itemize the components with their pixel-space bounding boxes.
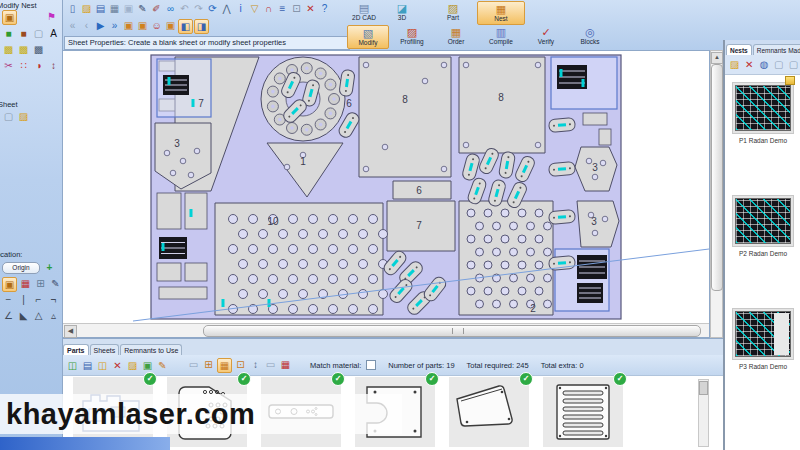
bridge-icon[interactable]: ∩ bbox=[262, 2, 275, 15]
blank-icon[interactable]: ▢ bbox=[32, 27, 45, 40]
part-button[interactable]: ▨Part bbox=[437, 1, 469, 23]
open-nest-icon[interactable]: ▨ bbox=[728, 58, 741, 71]
2d-cad-button[interactable]: ▤2D CAD bbox=[347, 1, 381, 23]
nest-canvas[interactable]: 7688136710332 ◀ bbox=[62, 50, 710, 338]
compile-button[interactable]: ▥Compile bbox=[479, 25, 523, 47]
point-grid-icon[interactable]: ▦ bbox=[19, 277, 32, 290]
blocks-button[interactable]: ◎Blocks bbox=[569, 25, 611, 47]
view-list-icon[interactable]: ▭ bbox=[187, 358, 200, 371]
delete-nest-icon[interactable]: ✕ bbox=[743, 58, 756, 71]
filter-icon[interactable]: ▽ bbox=[248, 2, 261, 15]
open-parts-icon[interactable]: ▨ bbox=[126, 359, 139, 372]
sheet-blank-icon[interactable]: ▢ bbox=[2, 110, 15, 123]
edit-part-icon[interactable]: ▣ bbox=[141, 359, 154, 372]
rotate-icon[interactable]: ◑ bbox=[32, 59, 45, 72]
import-part-icon[interactable]: ▤ bbox=[81, 359, 94, 372]
split-vertical-icon[interactable]: ◨ bbox=[194, 19, 209, 34]
refresh-icon[interactable]: ⟳ bbox=[206, 2, 219, 15]
grid-dark-icon[interactable]: ▩ bbox=[32, 43, 45, 56]
canvas-horizontal-scrollbar[interactable]: ◀ bbox=[63, 323, 709, 337]
corner-2-icon[interactable]: ¬ bbox=[47, 293, 60, 306]
link-icon[interactable]: ∞ bbox=[164, 2, 177, 15]
split-horizontal-icon[interactable]: ◧ bbox=[178, 19, 193, 34]
quantity-icon[interactable]: ▦ bbox=[279, 358, 292, 371]
view-thumbnails-icon[interactable]: ▦ bbox=[217, 358, 232, 373]
open-folder-icon[interactable]: ▨ bbox=[80, 2, 93, 15]
load-parts-icon[interactable]: ◫ bbox=[66, 359, 79, 372]
crosshair-icon[interactable]: ⊞ bbox=[34, 277, 47, 290]
window-2-icon[interactable]: ▣ bbox=[136, 19, 149, 32]
route-icon[interactable]: ⋀ bbox=[220, 2, 233, 15]
user-icon[interactable]: ☺ bbox=[150, 19, 163, 32]
previous-icon[interactable]: ‹ bbox=[80, 19, 93, 32]
view-option-2-icon[interactable]: ▢ bbox=[787, 58, 800, 71]
text-tool-icon[interactable]: A bbox=[47, 27, 60, 40]
order-button[interactable]: ▦Order bbox=[437, 25, 475, 47]
scroll-left-arrow-icon[interactable]: ◀ bbox=[64, 325, 77, 338]
nest-list-item[interactable]: P3 Radan Demo bbox=[729, 308, 797, 370]
tab-sheets[interactable]: Sheets bbox=[90, 344, 120, 355]
sort-pair-icon[interactable]: ↕ bbox=[47, 59, 60, 72]
tab-parts[interactable]: Parts bbox=[63, 344, 89, 355]
part-properties-icon[interactable]: ✎ bbox=[156, 359, 169, 372]
new-document-icon[interactable]: ▯ bbox=[66, 2, 79, 15]
triangle-icon[interactable]: ◣ bbox=[17, 309, 30, 322]
triangle-small-icon[interactable]: ▵ bbox=[47, 309, 60, 322]
window-1-icon[interactable]: ▣ bbox=[122, 19, 135, 32]
info-icon[interactable]: i bbox=[234, 2, 247, 15]
canvas-vertical-scrollbar[interactable]: ▲ bbox=[710, 50, 723, 338]
play-icon[interactable]: ▶ bbox=[94, 19, 107, 32]
cluster-icon[interactable]: ∷ bbox=[17, 59, 30, 72]
view-option-1-icon[interactable]: ▢ bbox=[772, 58, 785, 71]
origin-button[interactable]: Origin bbox=[2, 262, 40, 274]
first-icon[interactable]: « bbox=[66, 19, 79, 32]
send-nest-icon[interactable]: ◍ bbox=[758, 58, 771, 71]
pen-icon[interactable]: ✐ bbox=[150, 2, 163, 15]
scroll-up-arrow-icon[interactable]: ▲ bbox=[711, 52, 723, 64]
pin-icon[interactable]: ⚑ bbox=[45, 10, 58, 23]
3d-button[interactable]: ◪3D bbox=[387, 1, 417, 23]
exit-icon[interactable]: ⊡ bbox=[290, 2, 303, 15]
print-icon[interactable]: ▦ bbox=[108, 2, 121, 15]
help-icon[interactable]: ? bbox=[318, 2, 331, 15]
match-material-checkbox[interactable] bbox=[366, 360, 376, 370]
verify-button[interactable]: ✓Verify bbox=[527, 25, 565, 47]
undo-icon[interactable]: ↶ bbox=[178, 2, 191, 15]
grid-yellow-1-icon[interactable]: ▩ bbox=[2, 43, 15, 56]
angle-icon[interactable]: ∠ bbox=[2, 309, 15, 322]
select-tool-icon[interactable]: ▣ bbox=[2, 10, 17, 25]
last-icon[interactable]: » bbox=[108, 19, 121, 32]
horizontal-scroll-thumb[interactable] bbox=[203, 325, 701, 337]
filter-parts-icon[interactable]: ▭ bbox=[264, 358, 277, 371]
modify-button[interactable]: ▧Modify bbox=[347, 25, 389, 49]
view-details-icon[interactable]: ⊡ bbox=[234, 358, 247, 371]
cut-icon[interactable]: ✂ bbox=[2, 59, 15, 72]
redo-icon[interactable]: ↷ bbox=[192, 2, 205, 15]
parts-scroll-thumb[interactable] bbox=[699, 381, 708, 395]
sheet-folder-icon[interactable]: ▨ bbox=[17, 110, 30, 123]
add-part-icon[interactable]: ◫ bbox=[96, 359, 109, 372]
delete-icon[interactable]: ✕ bbox=[304, 2, 317, 15]
view-small-icon[interactable]: ⊞ bbox=[202, 358, 215, 371]
tab-nests[interactable]: Nests bbox=[726, 44, 752, 55]
fill-brown-icon[interactable]: ■ bbox=[17, 27, 30, 40]
sketch-icon[interactable]: ✎ bbox=[49, 277, 62, 290]
nest-list-item[interactable]: P1 Radan Demo bbox=[729, 82, 797, 144]
dimension-icon[interactable]: ≡ bbox=[276, 2, 289, 15]
grid-yellow-2-icon[interactable]: ▩ bbox=[17, 43, 30, 56]
nest-list-item[interactable]: P2 Radan Demo bbox=[729, 195, 797, 257]
sort-parts-icon[interactable]: ↕ bbox=[249, 358, 262, 371]
save-icon[interactable]: ▤ bbox=[94, 2, 107, 15]
parts-list-scrollbar[interactable] bbox=[698, 379, 709, 447]
part-tile[interactable]: ✓ bbox=[543, 377, 623, 447]
tab-remnants-to-use[interactable]: Remnants to Use bbox=[120, 344, 182, 355]
origin-datum-icon[interactable]: + bbox=[43, 261, 56, 274]
part-tile[interactable]: ✓ bbox=[449, 377, 529, 447]
vertical-scroll-thumb[interactable] bbox=[711, 64, 723, 291]
corner-icon[interactable]: ⌐ bbox=[32, 293, 45, 306]
line-h-icon[interactable]: − bbox=[2, 293, 15, 306]
profiling-button[interactable]: ▨Profiling bbox=[391, 25, 433, 47]
triangle-open-icon[interactable]: △ bbox=[32, 309, 45, 322]
fill-green-icon[interactable]: ■ bbox=[2, 27, 15, 40]
remove-part-icon[interactable]: ✕ bbox=[111, 359, 124, 372]
